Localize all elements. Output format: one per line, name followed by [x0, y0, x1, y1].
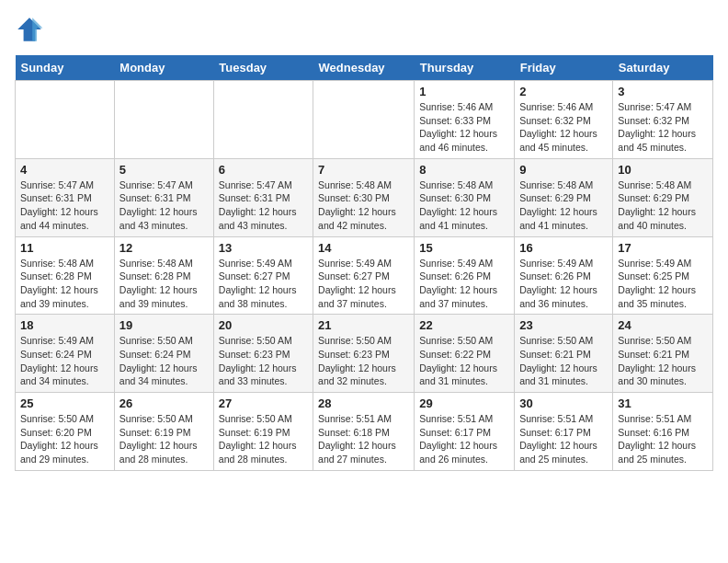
day-info: Sunrise: 5:50 AM Sunset: 6:19 PM Dayligh… — [119, 412, 209, 466]
day-info: Sunrise: 5:50 AM Sunset: 6:21 PM Dayligh… — [618, 334, 708, 388]
calendar-week-row: 25Sunrise: 5:50 AM Sunset: 6:20 PM Dayli… — [16, 393, 713, 471]
day-number: 19 — [119, 318, 209, 332]
weekday-header-row: SundayMondayTuesdayWednesdayThursdayFrid… — [16, 55, 713, 81]
calendar-week-row: 4Sunrise: 5:47 AM Sunset: 6:31 PM Daylig… — [16, 158, 713, 236]
calendar-cell: 4Sunrise: 5:47 AM Sunset: 6:31 PM Daylig… — [16, 158, 115, 236]
calendar-cell: 23Sunrise: 5:50 AM Sunset: 6:21 PM Dayli… — [515, 315, 613, 393]
day-number: 9 — [519, 163, 608, 177]
weekday-header-monday: Monday — [114, 55, 213, 81]
calendar-cell: 13Sunrise: 5:49 AM Sunset: 6:27 PM Dayli… — [213, 236, 313, 315]
day-number: 18 — [20, 318, 109, 332]
day-info: Sunrise: 5:48 AM Sunset: 6:28 PM Dayligh… — [20, 257, 109, 311]
day-info: Sunrise: 5:51 AM Sunset: 6:17 PM Dayligh… — [519, 412, 608, 466]
day-info: Sunrise: 5:49 AM Sunset: 6:27 PM Dayligh… — [219, 257, 308, 311]
day-number: 29 — [419, 396, 509, 410]
calendar-cell — [313, 81, 415, 159]
calendar-cell — [213, 81, 313, 159]
calendar-cell: 27Sunrise: 5:50 AM Sunset: 6:19 PM Dayli… — [213, 393, 313, 471]
calendar-cell: 9Sunrise: 5:48 AM Sunset: 6:29 PM Daylig… — [515, 158, 613, 236]
logo-icon — [15, 15, 44, 44]
weekday-header-tuesday: Tuesday — [213, 55, 313, 81]
weekday-header-friday: Friday — [515, 55, 613, 81]
day-info: Sunrise: 5:51 AM Sunset: 6:18 PM Dayligh… — [318, 412, 409, 466]
calendar-week-row: 1Sunrise: 5:46 AM Sunset: 6:33 PM Daylig… — [16, 81, 713, 159]
page-header — [15, 15, 713, 44]
day-number: 11 — [20, 241, 109, 255]
day-info: Sunrise: 5:47 AM Sunset: 6:31 PM Dayligh… — [20, 178, 109, 233]
calendar-cell: 20Sunrise: 5:50 AM Sunset: 6:23 PM Dayli… — [213, 315, 313, 393]
day-number: 25 — [20, 396, 109, 410]
calendar-cell: 24Sunrise: 5:50 AM Sunset: 6:21 PM Dayli… — [613, 315, 713, 393]
calendar-cell: 19Sunrise: 5:50 AM Sunset: 6:24 PM Dayli… — [114, 315, 213, 393]
calendar-cell: 17Sunrise: 5:49 AM Sunset: 6:25 PM Dayli… — [613, 236, 713, 315]
day-number: 26 — [119, 396, 209, 410]
calendar-cell: 26Sunrise: 5:50 AM Sunset: 6:19 PM Dayli… — [114, 393, 213, 471]
day-info: Sunrise: 5:47 AM Sunset: 6:31 PM Dayligh… — [119, 178, 209, 233]
weekday-header-wednesday: Wednesday — [313, 55, 415, 81]
day-info: Sunrise: 5:46 AM Sunset: 6:33 PM Dayligh… — [419, 100, 509, 155]
day-number: 22 — [419, 318, 509, 332]
calendar-table: SundayMondayTuesdayWednesdayThursdayFrid… — [15, 55, 713, 471]
calendar-cell: 30Sunrise: 5:51 AM Sunset: 6:17 PM Dayli… — [515, 393, 613, 471]
day-number: 7 — [318, 163, 409, 177]
day-info: Sunrise: 5:47 AM Sunset: 6:31 PM Dayligh… — [219, 178, 308, 233]
day-info: Sunrise: 5:50 AM Sunset: 6:21 PM Dayligh… — [519, 334, 608, 388]
day-info: Sunrise: 5:49 AM Sunset: 6:26 PM Dayligh… — [419, 257, 509, 311]
day-number: 16 — [519, 241, 608, 255]
day-info: Sunrise: 5:50 AM Sunset: 6:22 PM Dayligh… — [419, 334, 509, 388]
calendar-cell: 15Sunrise: 5:49 AM Sunset: 6:26 PM Dayli… — [415, 236, 515, 315]
calendar-cell: 12Sunrise: 5:48 AM Sunset: 6:28 PM Dayli… — [114, 236, 213, 315]
day-number: 28 — [318, 396, 409, 410]
calendar-cell: 14Sunrise: 5:49 AM Sunset: 6:27 PM Dayli… — [313, 236, 415, 315]
calendar-cell: 1Sunrise: 5:46 AM Sunset: 6:33 PM Daylig… — [415, 81, 515, 159]
day-info: Sunrise: 5:50 AM Sunset: 6:20 PM Dayligh… — [20, 412, 109, 466]
calendar-cell — [114, 81, 213, 159]
calendar-cell: 5Sunrise: 5:47 AM Sunset: 6:31 PM Daylig… — [114, 158, 213, 236]
day-info: Sunrise: 5:48 AM Sunset: 6:30 PM Dayligh… — [419, 178, 509, 233]
day-info: Sunrise: 5:48 AM Sunset: 6:30 PM Dayligh… — [318, 178, 409, 233]
weekday-header-saturday: Saturday — [613, 55, 713, 81]
calendar-cell: 25Sunrise: 5:50 AM Sunset: 6:20 PM Dayli… — [16, 393, 115, 471]
calendar-cell: 22Sunrise: 5:50 AM Sunset: 6:22 PM Dayli… — [415, 315, 515, 393]
day-number: 14 — [318, 241, 409, 255]
day-info: Sunrise: 5:49 AM Sunset: 6:24 PM Dayligh… — [20, 334, 109, 388]
day-number: 4 — [20, 163, 109, 177]
day-number: 8 — [419, 163, 509, 177]
day-info: Sunrise: 5:50 AM Sunset: 6:23 PM Dayligh… — [219, 334, 308, 388]
day-number: 27 — [219, 396, 308, 410]
day-number: 12 — [119, 241, 209, 255]
calendar-cell: 6Sunrise: 5:47 AM Sunset: 6:31 PM Daylig… — [213, 158, 313, 236]
day-number: 10 — [618, 163, 708, 177]
calendar-week-row: 11Sunrise: 5:48 AM Sunset: 6:28 PM Dayli… — [16, 236, 713, 315]
day-number: 13 — [219, 241, 308, 255]
calendar-cell: 11Sunrise: 5:48 AM Sunset: 6:28 PM Dayli… — [16, 236, 115, 315]
weekday-header-sunday: Sunday — [16, 55, 115, 81]
weekday-header-thursday: Thursday — [415, 55, 515, 81]
day-number: 30 — [519, 396, 608, 410]
calendar-cell: 31Sunrise: 5:51 AM Sunset: 6:16 PM Dayli… — [613, 393, 713, 471]
calendar-cell: 8Sunrise: 5:48 AM Sunset: 6:30 PM Daylig… — [415, 158, 515, 236]
day-info: Sunrise: 5:46 AM Sunset: 6:32 PM Dayligh… — [519, 100, 608, 155]
day-info: Sunrise: 5:48 AM Sunset: 6:29 PM Dayligh… — [519, 178, 608, 233]
calendar-cell: 2Sunrise: 5:46 AM Sunset: 6:32 PM Daylig… — [515, 81, 613, 159]
calendar-cell: 3Sunrise: 5:47 AM Sunset: 6:32 PM Daylig… — [613, 81, 713, 159]
day-info: Sunrise: 5:50 AM Sunset: 6:24 PM Dayligh… — [119, 334, 209, 388]
day-info: Sunrise: 5:48 AM Sunset: 6:29 PM Dayligh… — [618, 178, 708, 233]
day-number: 20 — [219, 318, 308, 332]
day-info: Sunrise: 5:48 AM Sunset: 6:28 PM Dayligh… — [119, 257, 209, 311]
day-number: 15 — [419, 241, 509, 255]
calendar-cell: 10Sunrise: 5:48 AM Sunset: 6:29 PM Dayli… — [613, 158, 713, 236]
day-info: Sunrise: 5:47 AM Sunset: 6:32 PM Dayligh… — [618, 100, 708, 155]
day-info: Sunrise: 5:51 AM Sunset: 6:16 PM Dayligh… — [618, 412, 708, 466]
day-info: Sunrise: 5:49 AM Sunset: 6:25 PM Dayligh… — [618, 257, 708, 311]
calendar-cell: 7Sunrise: 5:48 AM Sunset: 6:30 PM Daylig… — [313, 158, 415, 236]
day-number: 23 — [519, 318, 608, 332]
day-number: 6 — [219, 163, 308, 177]
day-info: Sunrise: 5:50 AM Sunset: 6:23 PM Dayligh… — [318, 334, 409, 388]
calendar-cell: 16Sunrise: 5:49 AM Sunset: 6:26 PM Dayli… — [515, 236, 613, 315]
calendar-week-row: 18Sunrise: 5:49 AM Sunset: 6:24 PM Dayli… — [16, 315, 713, 393]
day-number: 21 — [318, 318, 409, 332]
logo — [15, 15, 48, 44]
day-number: 17 — [618, 241, 708, 255]
day-number: 3 — [618, 85, 708, 98]
